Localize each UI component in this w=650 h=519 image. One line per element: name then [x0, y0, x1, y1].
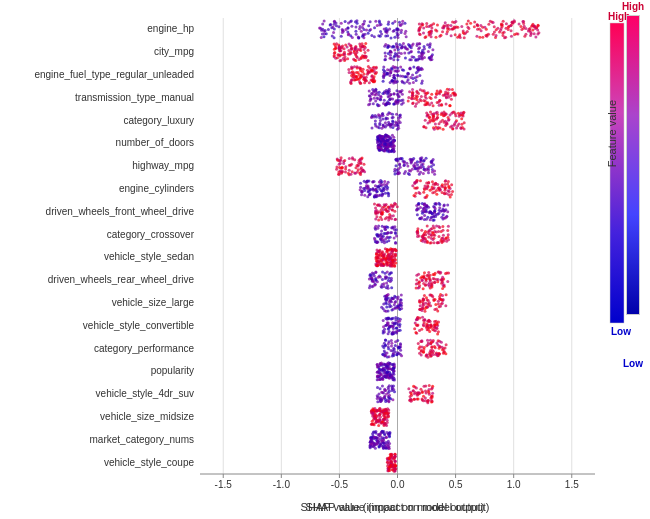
shap-chart: High Low Feature value SHAP value (impac… — [0, 0, 650, 519]
colorbar-gradient — [626, 15, 640, 315]
colorbar-high-label: High — [622, 1, 644, 12]
colorbar: High Low — [624, 15, 642, 355]
colorbar-title: Feature value — [606, 100, 620, 167]
x-axis-label: SHAP value (impact on model output) — [195, 501, 590, 513]
colorbar-low-label: Low — [623, 358, 643, 369]
